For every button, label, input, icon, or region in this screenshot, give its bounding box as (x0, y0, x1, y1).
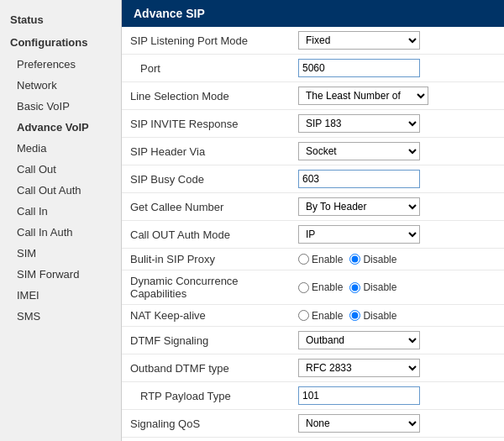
field-label: RTP Payload Type (122, 382, 290, 410)
field-value: None (290, 438, 504, 442)
table-row: DTMF Signaling Outband (122, 327, 504, 354)
dynamic-concurrence-disable-text: Disable (363, 281, 396, 293)
field-value (290, 165, 504, 193)
dynamic-concurrence-disable-radio[interactable] (349, 282, 360, 293)
field-value (290, 55, 504, 82)
field-value: None (290, 410, 504, 438)
line-selection-mode-select[interactable]: The Least Number of (298, 87, 428, 105)
call-out-auth-mode-select[interactable]: IP (298, 225, 420, 244)
get-callee-number-select[interactable]: By To Header (298, 197, 420, 216)
builtin-sip-proxy-enable-radio[interactable] (298, 254, 309, 265)
sidebar-item-preferences[interactable]: Preferences (0, 54, 121, 75)
table-row: SIP Busy Code (122, 165, 504, 193)
table-row: Signaling Encryption None (122, 438, 504, 442)
field-label: Dynamic Concurrence Capabilities (122, 270, 290, 305)
sidebar-item-network[interactable]: Network (0, 75, 121, 96)
dynamic-concurrence-enable-label[interactable]: Enable (298, 281, 343, 293)
table-row: Line Selection Mode The Least Number of (122, 82, 504, 110)
signaling-qos-select[interactable]: None (298, 414, 420, 433)
field-label: SIP Header Via (122, 138, 290, 165)
nat-keep-alive-disable-label[interactable]: Disable (349, 310, 396, 322)
sidebar: Status Configurations Preferences Networ… (0, 0, 122, 441)
builtin-sip-proxy-disable-radio[interactable] (349, 254, 360, 265)
field-label: Signaling Encryption (122, 438, 290, 442)
field-value: RFC 2833 (290, 354, 504, 382)
sidebar-item-basic-voip[interactable]: Basic VoIP (0, 96, 121, 117)
field-value: By To Header (290, 193, 504, 221)
builtin-sip-proxy-radio-group: Enable Disable (298, 254, 499, 265)
field-value: Socket (290, 138, 504, 165)
field-label: NAT Keep-alive (122, 305, 290, 327)
table-row: Dynamic Concurrence Capabilities Enable … (122, 270, 504, 305)
field-label: Bulit-in SIP Proxy (122, 249, 290, 270)
sidebar-configurations: Configurations (0, 31, 121, 54)
sidebar-item-sim-forward[interactable]: SIM Forward (0, 264, 121, 285)
field-label: SIP INVITE Response (122, 110, 290, 138)
nat-keep-alive-radio-group: Enable Disable (298, 310, 499, 322)
builtin-sip-proxy-disable-label[interactable]: Disable (349, 254, 396, 265)
field-label: SIP Listening Port Mode (122, 27, 290, 55)
field-label: Line Selection Mode (122, 82, 290, 110)
dynamic-concurrence-enable-text: Enable (312, 281, 343, 293)
table-row: Signaling QoS None (122, 410, 504, 438)
field-label: Get Callee Number (122, 193, 290, 221)
dynamic-concurrence-radio-group: Enable Disable (298, 281, 499, 293)
field-value: Enable Disable (290, 249, 504, 270)
sidebar-item-sim[interactable]: SIM (0, 243, 121, 264)
field-value: IP (290, 221, 504, 249)
main-content: Advance SIP SIP Listening Port Mode Fixe… (122, 0, 504, 441)
sidebar-item-call-in[interactable]: Call In (0, 201, 121, 222)
settings-table: SIP Listening Port Mode Fixed Port Line … (122, 27, 504, 441)
sidebar-item-call-out[interactable]: Call Out (0, 159, 121, 180)
table-row: Outband DTMF type RFC 2833 (122, 354, 504, 382)
builtin-sip-proxy-disable-text: Disable (363, 254, 396, 265)
table-row: SIP Listening Port Mode Fixed (122, 27, 504, 55)
sidebar-item-sms[interactable]: SMS (0, 306, 121, 327)
table-row: Port (122, 55, 504, 82)
table-row: SIP INVITE Response SIP 183 (122, 110, 504, 138)
field-value: Fixed (290, 27, 504, 55)
field-value (290, 382, 504, 410)
field-value: Enable Disable (290, 270, 504, 305)
field-value: Enable Disable (290, 305, 504, 327)
table-row: SIP Header Via Socket (122, 138, 504, 165)
field-value: The Least Number of (290, 82, 504, 110)
sidebar-item-media[interactable]: Media (0, 138, 121, 159)
builtin-sip-proxy-enable-label[interactable]: Enable (298, 254, 343, 265)
nat-keep-alive-enable-label[interactable]: Enable (298, 310, 343, 322)
dtmf-signaling-select[interactable]: Outband (298, 331, 420, 349)
field-label: DTMF Signaling (122, 327, 290, 354)
sidebar-item-imei[interactable]: IMEI (0, 285, 121, 306)
table-row: NAT Keep-alive Enable Disable (122, 305, 504, 327)
sidebar-status: Status (0, 8, 121, 31)
rtp-payload-type-input[interactable] (298, 386, 420, 405)
sidebar-item-call-out-auth[interactable]: Call Out Auth (0, 180, 121, 201)
builtin-sip-proxy-enable-text: Enable (312, 254, 343, 265)
field-label: SIP Busy Code (122, 165, 290, 193)
field-label: Call OUT Auth Mode (122, 221, 290, 249)
dynamic-concurrence-disable-label[interactable]: Disable (349, 281, 396, 293)
table-row: Call OUT Auth Mode IP (122, 221, 504, 249)
sip-header-via-select[interactable]: Socket (298, 142, 420, 160)
sip-invite-response-select[interactable]: SIP 183 (298, 114, 420, 133)
field-value: Outband (290, 327, 504, 354)
nat-keep-alive-disable-text: Disable (363, 310, 396, 322)
port-input[interactable] (298, 59, 420, 77)
table-row: RTP Payload Type (122, 382, 504, 410)
nat-keep-alive-enable-radio[interactable] (298, 310, 309, 321)
page-title: Advance SIP (122, 0, 504, 27)
table-row: Get Callee Number By To Header (122, 193, 504, 221)
field-label: Signaling QoS (122, 410, 290, 438)
field-label: Port (122, 55, 290, 82)
outband-dtmf-type-select[interactable]: RFC 2833 (298, 359, 420, 377)
nat-keep-alive-disable-radio[interactable] (349, 310, 360, 321)
nat-keep-alive-enable-text: Enable (312, 310, 343, 322)
sip-busy-code-input[interactable] (298, 170, 420, 188)
sidebar-item-call-in-auth[interactable]: Call In Auth (0, 222, 121, 243)
field-label: Outband DTMF type (122, 354, 290, 382)
field-value: SIP 183 (290, 110, 504, 138)
table-row: Bulit-in SIP Proxy Enable Disable (122, 249, 504, 270)
dynamic-concurrence-enable-radio[interactable] (298, 282, 309, 293)
sidebar-item-advance-voip[interactable]: Advance VoIP (0, 117, 121, 138)
sip-listening-port-mode-select[interactable]: Fixed (298, 31, 420, 50)
